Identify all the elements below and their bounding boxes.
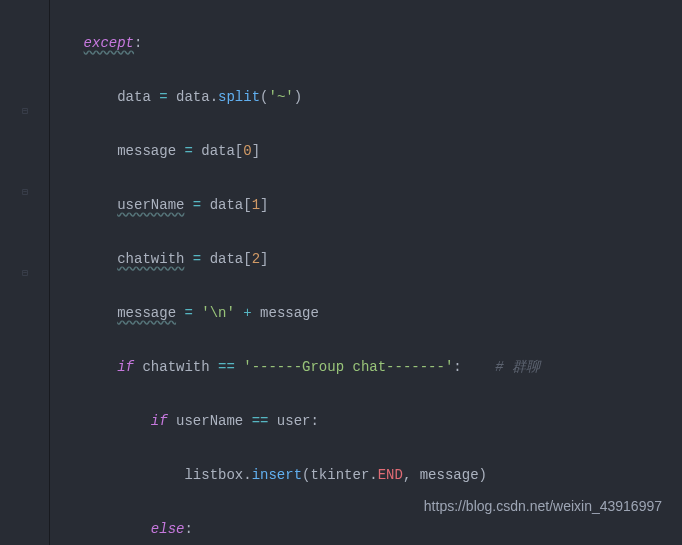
keyword-except: except: [84, 35, 134, 51]
code-editor[interactable]: except: data = data.split('~') message =…: [50, 3, 571, 545]
code-line: except:: [50, 30, 571, 57]
code-line: message = '\n' + message: [50, 300, 571, 327]
keyword-if: if: [151, 413, 168, 429]
keyword-if: if: [117, 359, 134, 375]
gutter: ⊟ ⊟ ⊟: [0, 0, 50, 545]
code-line: if userName == user:: [50, 408, 571, 435]
keyword-else: else: [151, 521, 185, 537]
code-line: else:: [50, 516, 571, 543]
code-line: message = data[0]: [50, 138, 571, 165]
fold-mark: ⊟: [22, 98, 28, 125]
fold-mark: ⊟: [22, 179, 28, 206]
code-line: data = data.split('~'): [50, 84, 571, 111]
fold-mark: ⊟: [22, 260, 28, 287]
code-line: listbox.insert(tkinter.END, message): [50, 462, 571, 489]
code-line: chatwith = data[2]: [50, 246, 571, 273]
code-line: if chatwith == '------Group chat-------'…: [50, 354, 571, 381]
watermark-url: https://blog.csdn.net/weixin_43916997: [424, 493, 662, 520]
code-line: userName = data[1]: [50, 192, 571, 219]
comment: # 群聊: [462, 359, 540, 375]
